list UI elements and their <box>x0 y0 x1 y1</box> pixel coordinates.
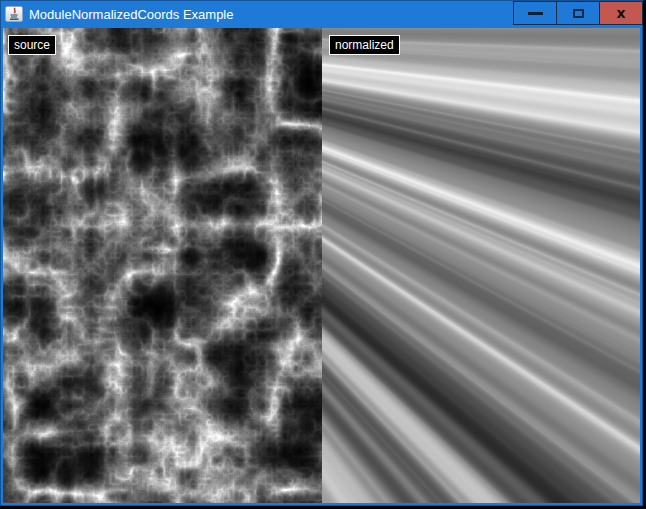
maximize-button[interactable] <box>556 1 600 25</box>
title-bar[interactable]: ModuleNormalizedCoords Example x <box>0 0 643 28</box>
normalized-texture-canvas <box>322 28 640 503</box>
java-coffee-cup-icon[interactable] <box>5 6 23 22</box>
normalized-label: normalized <box>329 35 400 55</box>
close-button[interactable]: x <box>599 1 643 25</box>
content-area: source normalized <box>3 28 640 503</box>
source-label: source <box>8 35 56 55</box>
source-texture-canvas <box>3 28 322 503</box>
app-window: ModuleNormalizedCoords Example x source … <box>0 0 643 506</box>
source-panel: source <box>3 28 322 503</box>
maximize-icon <box>573 9 584 18</box>
java-coffee-cup-glyph <box>7 7 21 21</box>
minimize-button[interactable] <box>513 1 557 25</box>
window-title: ModuleNormalizedCoords Example <box>29 7 233 22</box>
close-icon: x <box>616 6 625 20</box>
normalized-panel: normalized <box>322 28 640 503</box>
window-controls: x <box>514 1 643 25</box>
minimize-icon <box>528 12 543 15</box>
